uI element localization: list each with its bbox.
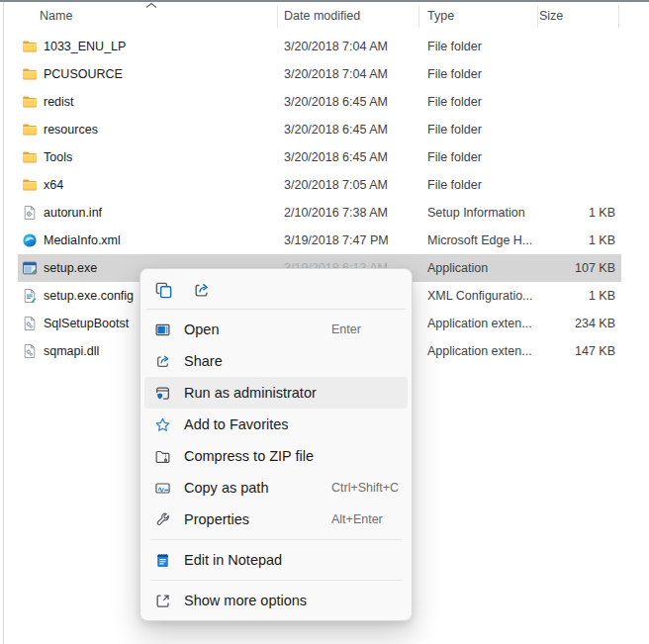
file-row-resources[interactable]: resources3/20/2018 6:45 AMFile folder <box>18 116 621 143</box>
file-name: SqlSetupBootst <box>44 317 129 330</box>
file-name: redist <box>44 95 74 109</box>
file-type: File folder <box>427 40 482 53</box>
column-headers: Name Date modified Type Size <box>8 2 649 30</box>
menu-item-label: Copy as path <box>184 480 268 496</box>
column-separator[interactable] <box>277 5 278 28</box>
share-button[interactable] <box>186 276 216 304</box>
run-as-administrator-icon <box>154 385 171 402</box>
file-name: resources <box>44 123 98 137</box>
file-size: 147 KB <box>473 344 615 358</box>
menu-item-label: Open <box>184 322 219 337</box>
file-size: 107 KB <box>473 261 615 275</box>
file-date-modified: 3/20/2018 6:45 AM <box>284 150 388 164</box>
menu-divider <box>150 580 402 581</box>
column-separator[interactable] <box>537 5 538 28</box>
folder-icon <box>22 39 38 54</box>
compress-zip-icon <box>154 448 171 465</box>
file-date-modified: 3/20/2018 6:45 AM <box>284 123 388 137</box>
xml-config-file-icon <box>22 288 38 304</box>
folder-icon <box>22 94 38 110</box>
file-date-modified: 3/20/2018 7:04 AM <box>284 40 388 53</box>
copy-button[interactable] <box>148 276 178 304</box>
file-size: 1 KB <box>473 206 615 220</box>
file-type: File folder <box>427 67 482 81</box>
folder-icon <box>22 122 38 138</box>
column-header-size[interactable]: Size <box>539 9 563 23</box>
column-separator[interactable] <box>618 5 619 28</box>
column-header-date-modified[interactable]: Date modified <box>284 9 360 23</box>
sort-ascending-icon <box>145 2 157 9</box>
file-type: File folder <box>427 95 482 109</box>
file-row-pcusource[interactable]: PCUSOURCE3/20/2018 7:04 AMFile folder <box>18 60 621 88</box>
menu-item-share[interactable]: Share <box>144 345 408 377</box>
open-icon <box>154 322 171 338</box>
file-row-1033-enu-lp[interactable]: 1033_ENU_LP3/20/2018 7:04 AMFile folder <box>18 33 621 60</box>
file-name: autorun.inf <box>44 206 102 220</box>
show-more-options-icon <box>154 593 171 609</box>
menu-item-label: Run as administrator <box>184 385 317 401</box>
menu-item-shortcut: Alt+Enter <box>331 512 383 526</box>
edit-in-notepad-icon <box>154 552 171 569</box>
menu-item-label: Edit in Notepad <box>184 552 282 568</box>
file-name: 1033_ENU_LP <box>44 40 126 53</box>
menu-item-properties[interactable]: PropertiesAlt+Enter <box>144 504 408 535</box>
file-row-autorun-inf[interactable]: autorun.inf2/10/2016 7:38 AMSetup Inform… <box>18 199 621 227</box>
file-type: File folder <box>427 150 482 164</box>
menu-item-show-more-options[interactable]: Show more options <box>144 585 408 616</box>
menu-item-edit-in-notepad[interactable]: Edit in Notepad <box>144 544 408 576</box>
file-size: 1 KB <box>473 233 615 247</box>
file-row-tools[interactable]: Tools3/20/2018 6:45 AMFile folder <box>18 143 621 171</box>
setup-information-file-icon <box>22 205 38 221</box>
file-row-x64[interactable]: x643/20/2018 7:05 AMFile folder <box>18 171 621 199</box>
application-file-icon <box>22 260 38 276</box>
file-size: 234 KB <box>473 317 615 330</box>
menu-item-label: Add to Favorites <box>184 416 289 432</box>
edge-html-file-icon <box>22 232 38 248</box>
menu-item-shortcut: Ctrl+Shift+C <box>331 481 399 495</box>
file-name: PCUSOURCE <box>44 67 123 81</box>
menu-item-open[interactable]: OpenEnter <box>144 314 408 345</box>
file-row-redist[interactable]: redist3/20/2018 6:45 AMFile folder <box>18 88 621 116</box>
menu-divider <box>150 539 402 540</box>
menu-item-add-to-favorites[interactable]: Add to Favorites <box>144 409 408 440</box>
file-date-modified: 3/20/2018 6:45 AM <box>284 95 388 109</box>
add-to-favorites-star-icon <box>154 416 171 433</box>
file-name: setup.exe.config <box>44 289 134 303</box>
file-date-modified: 3/19/2018 7:47 PM <box>284 233 389 247</box>
folder-icon <box>22 177 38 193</box>
properties-wrench-icon <box>154 511 171 528</box>
menu-item-label: Share <box>184 353 223 369</box>
menu-item-compress-to-zip-file[interactable]: Compress to ZIP file <box>144 440 408 472</box>
menu-divider <box>146 309 406 310</box>
file-name: sqmapi.dll <box>44 344 99 358</box>
context-menu-quick-actions <box>144 273 408 307</box>
folder-icon <box>22 66 38 82</box>
menu-item-shortcut: Enter <box>331 322 361 336</box>
file-name: Tools <box>44 150 72 164</box>
file-type: File folder <box>427 123 482 137</box>
window-left-border <box>3 2 4 644</box>
folder-icon <box>22 149 38 165</box>
file-date-modified: 3/20/2018 7:05 AM <box>284 178 388 192</box>
context-menu: OpenEnterShareRun as administratorAdd to… <box>139 268 413 621</box>
menu-item-run-as-administrator[interactable]: Run as administrator <box>144 377 408 409</box>
menu-item-label: Properties <box>184 511 249 527</box>
copy-as-path-icon <box>154 480 171 497</box>
dll-file-icon <box>22 343 38 359</box>
menu-item-label: Compress to ZIP file <box>184 448 314 464</box>
file-type: File folder <box>427 178 482 192</box>
menu-item-label: Show more options <box>184 593 307 608</box>
share-icon <box>154 353 171 370</box>
menu-item-copy-as-path[interactable]: Copy as pathCtrl+Shift+C <box>144 472 408 504</box>
file-row-mediainfo-xml[interactable]: MediaInfo.xml3/19/2018 7:47 PMMicrosoft … <box>18 227 621 254</box>
dll-file-icon <box>22 316 38 331</box>
file-size: 1 KB <box>473 289 615 303</box>
column-header-name[interactable]: Name <box>40 9 72 23</box>
file-name: setup.exe <box>44 261 97 275</box>
column-separator[interactable] <box>418 5 419 28</box>
context-menu-items: OpenEnterShareRun as administratorAdd to… <box>144 312 408 616</box>
file-explorer-window: Name Date modified Type Size 1033_ENU_LP… <box>0 0 649 644</box>
file-date-modified: 2/10/2016 7:38 AM <box>284 206 388 220</box>
column-header-type[interactable]: Type <box>427 9 454 23</box>
file-name: x64 <box>44 178 63 192</box>
